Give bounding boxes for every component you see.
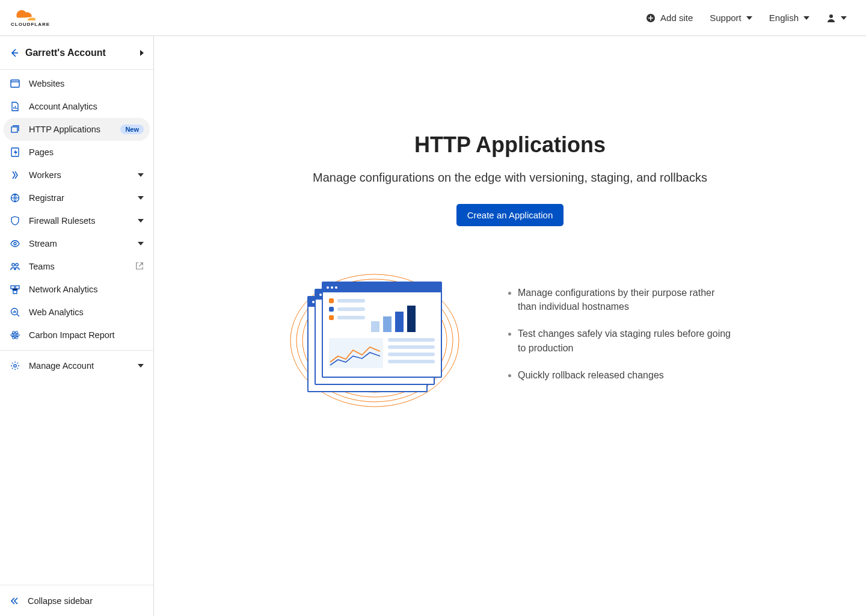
language-label: English	[769, 13, 799, 23]
add-site-button[interactable]: Add site	[646, 13, 693, 23]
caret-down-icon	[841, 16, 847, 20]
sidebar-item-label: Firewall Rulesets	[29, 216, 129, 226]
feature-bullet: Test changes safely via staging rules be…	[518, 327, 735, 354]
cloudflare-logo[interactable]: CLOUDFLARE	[10, 5, 77, 31]
back-arrow-icon	[10, 48, 19, 58]
sidebar-item-registrar[interactable]: Registrar	[0, 186, 153, 209]
user-menu[interactable]	[826, 13, 847, 23]
chevron-double-left-icon	[10, 596, 19, 606]
caret-down-icon	[138, 173, 144, 177]
caret-down-icon	[138, 242, 144, 245]
sidebar-item-label: Stream	[29, 239, 129, 248]
sidebar-item-pages[interactable]: Pages	[0, 141, 153, 164]
caret-down-icon	[803, 16, 809, 20]
caret-right-icon	[140, 50, 144, 56]
account-switcher[interactable]: Garrett's Account	[0, 36, 153, 70]
gear-icon	[10, 360, 20, 371]
svg-point-9	[16, 263, 18, 266]
svg-rect-3	[11, 80, 19, 87]
sidebar-item-http-applications[interactable]: HTTP ApplicationsNew	[4, 118, 150, 141]
new-badge: New	[120, 125, 144, 134]
collapse-sidebar-button[interactable]: Collapse sidebar	[0, 585, 153, 616]
feature-bullet: Manage configurations by their purpose r…	[518, 286, 735, 313]
cloudflare-logo-icon: CLOUDFLARE	[11, 5, 77, 31]
sidebar-item-label: Teams	[29, 262, 127, 271]
atom-icon	[10, 330, 20, 340]
add-site-label: Add site	[660, 13, 693, 23]
sidebar-item-web-analytics[interactable]: Web Analytics	[0, 301, 153, 324]
sidebar-item-stream[interactable]: Stream	[0, 232, 153, 255]
create-application-button[interactable]: Create an Application	[456, 204, 564, 226]
eye-icon	[10, 238, 20, 249]
sidebar-item-network-analytics[interactable]: Network Analytics	[0, 278, 153, 301]
support-label: Support	[710, 13, 742, 23]
svg-point-18	[14, 365, 16, 367]
workers-icon	[10, 170, 20, 180]
plus-circle-icon	[646, 13, 656, 23]
sidebar-item-manage-account[interactable]: Manage Account	[0, 354, 153, 377]
sidebar-nav: WebsitesAccount AnalyticsHTTP Applicatio…	[0, 70, 153, 585]
svg-rect-12	[13, 291, 17, 294]
zoom-stats-icon	[10, 307, 20, 318]
account-name: Garrett's Account	[25, 48, 106, 58]
doc-chart-icon	[10, 101, 20, 112]
main-content: HTTP Applications Manage configurations …	[154, 36, 866, 616]
svg-point-7	[14, 242, 16, 245]
feature-illustration	[284, 250, 465, 431]
browser-icon	[10, 78, 20, 89]
sidebar-item-label: Manage Account	[29, 361, 129, 371]
top-header: CLOUDFLARE Add site Support English	[0, 0, 866, 36]
svg-point-14	[14, 334, 16, 336]
caret-down-icon	[138, 219, 144, 223]
sidebar-item-firewall-rulesets[interactable]: Firewall Rulesets	[0, 209, 153, 232]
caret-down-icon	[138, 364, 144, 368]
page-title: HTTP Applications	[239, 132, 781, 158]
network-icon	[10, 284, 20, 295]
svg-rect-10	[11, 286, 14, 289]
shield-icon	[10, 215, 20, 226]
svg-rect-11	[16, 286, 19, 289]
language-menu[interactable]: English	[769, 13, 809, 23]
sidebar-item-label: Account Analytics	[29, 102, 144, 111]
sidebar-item-teams[interactable]: Teams	[0, 255, 153, 278]
sidebar-item-label: Pages	[29, 147, 144, 157]
feature-bullet: Quickly rollback released changes	[518, 368, 735, 382]
sidebar-item-label: Carbon Impact Report	[29, 330, 144, 340]
app-stack-icon	[10, 124, 20, 135]
collapse-sidebar-label: Collapse sidebar	[28, 596, 93, 606]
sidebar-item-label: Websites	[29, 79, 144, 88]
sidebar-item-account-analytics[interactable]: Account Analytics	[0, 95, 153, 118]
sidebar-item-workers[interactable]: Workers	[0, 164, 153, 186]
feature-bullets: Manage configurations by their purpose r…	[507, 286, 735, 395]
svg-point-8	[12, 263, 14, 266]
sidebar-item-label: Network Analytics	[29, 285, 144, 294]
svg-point-2	[829, 14, 833, 18]
caret-down-icon	[746, 16, 752, 20]
sidebar-item-label: Workers	[29, 170, 129, 180]
support-menu[interactable]: Support	[710, 13, 752, 23]
team-icon	[10, 261, 20, 272]
header-right: Add site Support English	[646, 13, 856, 23]
page-bolt-icon	[10, 147, 20, 158]
sidebar-item-carbon-impact-report[interactable]: Carbon Impact Report	[0, 324, 153, 346]
svg-text:CLOUDFLARE: CLOUDFLARE	[11, 21, 50, 26]
external-link-icon	[135, 262, 144, 272]
page-subtitle: Manage configurations on the edge with v…	[239, 171, 781, 185]
sidebar: Garrett's Account WebsitesAccount Analyt…	[0, 36, 154, 616]
sidebar-item-label: Web Analytics	[29, 307, 144, 317]
sidebar-item-websites[interactable]: Websites	[0, 72, 153, 95]
caret-down-icon	[138, 196, 144, 200]
svg-rect-4	[11, 127, 17, 132]
sidebar-item-label: HTTP Applications	[29, 125, 108, 134]
sidebar-item-label: Registrar	[29, 193, 129, 203]
user-icon	[826, 13, 836, 23]
globe-icon	[10, 192, 20, 203]
